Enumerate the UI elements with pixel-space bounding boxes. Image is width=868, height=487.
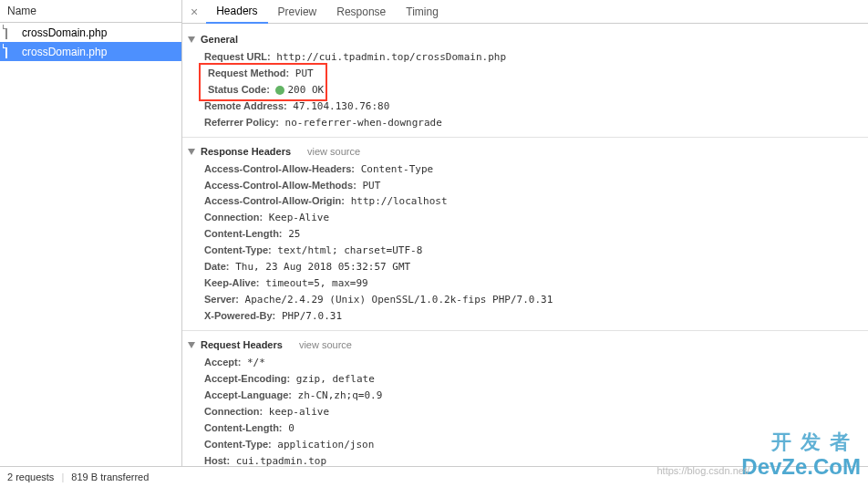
tab-headers[interactable]: Headers (206, 0, 267, 24)
header-key: Accept-Encoding: (204, 373, 290, 384)
header-value: http://cui.tpadmin.top/crossDomain.php (276, 51, 506, 63)
header-row: Access-Control-Allow-Origin: http://loca… (182, 193, 868, 210)
request-name: crossDomain.php (22, 46, 107, 58)
header-value: 0 (288, 422, 294, 434)
header-key: Accept: (204, 357, 241, 368)
sidebar-column-header[interactable]: Name (0, 0, 181, 23)
divider (182, 137, 868, 138)
tab-response[interactable]: Response (326, 1, 396, 23)
headers-panel[interactable]: General Request URL: http://cui.tpadmin.… (182, 24, 868, 466)
file-icon (5, 26, 17, 39)
triangle-down-icon (188, 36, 195, 43)
header-key: Request URL: (204, 51, 271, 62)
header-row: Access-Control-Allow-Headers: Content-Ty… (182, 161, 868, 178)
header-value: keep-alive (269, 406, 329, 418)
header-row: Status Code: 200 OK (202, 82, 324, 98)
details-panel: × Headers Preview Response Timing Genera… (182, 0, 868, 466)
header-value: 25 (288, 228, 300, 240)
view-source-link[interactable]: view source (307, 145, 360, 160)
transferred-size: 819 B transferred (71, 471, 149, 482)
header-value: gzip, deflate (296, 373, 375, 385)
header-row: Server: Apache/2.4.29 (Unix) OpenSSL/1.0… (182, 292, 868, 308)
header-row: Content-Length: 25 (182, 226, 868, 243)
view-source-link[interactable]: view source (299, 338, 352, 353)
header-value: 47.104.130.76:80 (293, 100, 389, 112)
header-key: Request Method: (208, 67, 289, 78)
header-key: Content-Length: (204, 228, 283, 239)
header-row: Content-Length: 0 (182, 420, 868, 437)
header-key: Keep-Alive: (204, 277, 260, 288)
request-name: crossDomain.php (22, 26, 107, 39)
header-value: Apache/2.4.29 (Unix) OpenSSL/1.0.2k-fips… (245, 294, 553, 306)
header-key: Access-Control-Allow-Origin: (204, 195, 345, 206)
header-value: Thu, 23 Aug 2018 05:32:57 GMT (235, 261, 410, 273)
section-title: Request Headers (201, 338, 283, 353)
details-tabs: × Headers Preview Response Timing (182, 0, 868, 24)
section-header[interactable]: Request Headers view source (182, 337, 868, 355)
header-row: Content-Type: application/json (182, 437, 868, 453)
header-row: Connection: keep-alive (182, 404, 868, 420)
header-value: cui.tpadmin.top (236, 455, 326, 467)
header-key: Content-Type: (204, 439, 272, 450)
header-key: Server: (204, 294, 239, 305)
section-request-headers: Request Headers view source Accept: */* … (182, 335, 868, 466)
header-row: Content-Type: text/html; charset=UTF-8 (182, 243, 868, 259)
section-title: Response Headers (201, 145, 291, 160)
header-row: Access-Control-Allow-Methods: PUT (182, 178, 868, 194)
header-value: PHP/7.0.31 (282, 310, 342, 322)
header-key: Accept-Language: (204, 389, 292, 400)
header-value: no-referrer-when-downgrade (285, 117, 442, 129)
section-response-headers: Response Headers view source Access-Cont… (182, 141, 868, 326)
status-bar: 2 requests | 819 B transferred (0, 466, 868, 487)
header-row: Accept-Language: zh-CN,zh;q=0.9 (182, 388, 868, 404)
section-header[interactable]: Response Headers view source (182, 143, 868, 161)
request-row[interactable]: crossDomain.php (0, 23, 181, 42)
tab-timing[interactable]: Timing (396, 1, 449, 23)
header-value: zh-CN,zh;q=0.9 (298, 389, 383, 401)
header-value: application/json (277, 439, 374, 451)
section-header[interactable]: General (182, 31, 868, 49)
header-key: Access-Control-Allow-Methods: (204, 180, 356, 191)
header-key: Content-Length: (204, 422, 283, 433)
header-key: Connection: (204, 212, 263, 223)
header-key: Date: (204, 261, 230, 272)
header-key: Referrer Policy: (204, 117, 279, 128)
header-row: Accept: */* (182, 355, 868, 371)
request-row[interactable]: crossDomain.php (0, 42, 181, 61)
header-value: PUT (295, 67, 314, 79)
annotation-highlight: Request Method: PUT Status Code: 200 OK (199, 63, 327, 101)
header-value: Keep-Alive (269, 212, 329, 223)
header-row: Host: cui.tpadmin.top (182, 453, 868, 467)
header-value: text/html; charset=UTF-8 (277, 244, 422, 256)
file-icon (5, 45, 17, 58)
header-row: Request Method: PUT (202, 66, 324, 82)
status-dot-icon (275, 86, 284, 95)
header-key: Status Code: (208, 84, 270, 95)
header-key: Host: (204, 455, 230, 466)
header-key: Content-Type: (204, 244, 272, 255)
header-value: PUT (362, 180, 380, 192)
header-row: Accept-Encoding: gzip, deflate (182, 371, 868, 388)
header-row: X-Powered-By: PHP/7.0.31 (182, 308, 868, 325)
header-value: 200 OK (287, 84, 324, 96)
close-icon[interactable]: × (182, 5, 206, 19)
header-row: Connection: Keep-Alive (182, 210, 868, 226)
header-value: Content-Type (361, 163, 433, 175)
header-value: */* (247, 357, 265, 368)
requests-count: 2 requests (7, 471, 54, 482)
header-value: timeout=5, max=99 (265, 277, 368, 289)
tab-preview[interactable]: Preview (268, 1, 327, 23)
header-value: http://localhost (351, 195, 448, 207)
section-title: General (201, 33, 238, 47)
section-general: General Request URL: http://cui.tpadmin.… (182, 29, 868, 133)
separator: | (61, 471, 64, 482)
header-key: Access-Control-Allow-Headers: (204, 163, 355, 174)
request-list: crossDomain.php crossDomain.php (0, 23, 181, 466)
triangle-down-icon (188, 149, 195, 155)
header-row: Referrer Policy: no-referrer-when-downgr… (182, 115, 868, 131)
network-sidebar: Name crossDomain.php crossDomain.php (0, 0, 182, 466)
header-row: Keep-Alive: timeout=5, max=99 (182, 275, 868, 292)
header-row: Date: Thu, 23 Aug 2018 05:32:57 GMT (182, 259, 868, 275)
triangle-down-icon (188, 342, 195, 348)
header-key: Remote Address: (204, 100, 287, 111)
